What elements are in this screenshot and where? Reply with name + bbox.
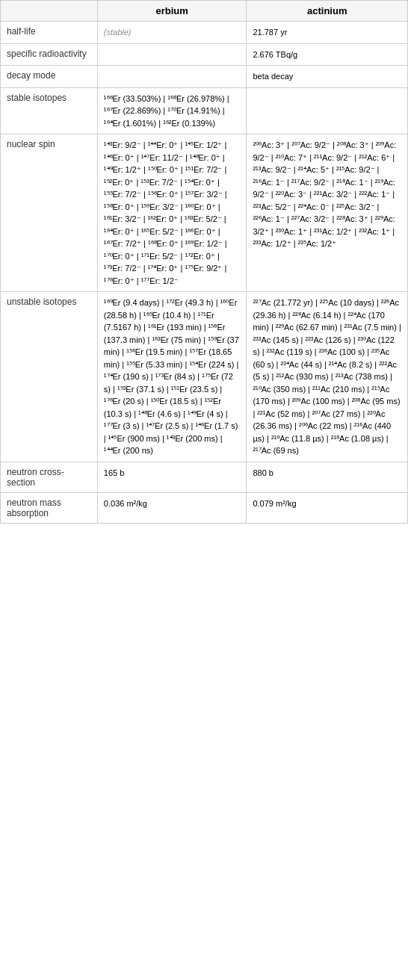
erbium-cell-1 bbox=[97, 43, 247, 66]
header-actinium: actinium bbox=[247, 1, 408, 22]
actinium-cell-3 bbox=[247, 87, 408, 134]
erbium-cell-0: (stable) bbox=[97, 22, 247, 44]
actinium-cell-4: ²⁰⁶Ac: 3⁺ | ²⁰⁷Ac: 9/2⁻ | ²⁰⁸Ac: 3⁺ | ²⁰… bbox=[247, 134, 408, 292]
header-empty bbox=[1, 1, 98, 22]
erbium-cell-3: ¹⁶⁶Er (33.503%) | ¹⁶⁸Er (26.978%) | ¹⁶⁷E… bbox=[97, 87, 247, 134]
row-label-4: nuclear spin bbox=[1, 134, 98, 292]
erbium-cell-2 bbox=[97, 66, 247, 88]
row-label-7: neutron mass absorption bbox=[1, 492, 98, 523]
header-erbium: erbium bbox=[97, 1, 247, 22]
actinium-cell-7: 0.079 m²/kg bbox=[247, 492, 408, 523]
row-label-6: neutron cross-section bbox=[1, 462, 98, 492]
erbium-cell-5: ¹⁶⁹Er (9.4 days) | ¹⁷²Er (49.3 h) | ¹⁶⁰E… bbox=[97, 292, 247, 462]
erbium-cell-6: 165 b bbox=[97, 462, 247, 492]
erbium-cell-7: 0.036 m²/kg bbox=[97, 492, 247, 523]
erbium-cell-4: ¹⁴³Er: 9/2⁻ | ¹⁴⁴Er: 0⁺ | ¹⁴⁵Er: 1/2⁺ | … bbox=[97, 134, 247, 292]
actinium-cell-0: 21.787 yr bbox=[247, 22, 408, 44]
row-label-3: stable isotopes bbox=[1, 87, 98, 134]
actinium-cell-2: beta decay bbox=[247, 66, 408, 88]
row-label-2: decay mode bbox=[1, 66, 98, 88]
actinium-cell-1: 2.676 TBq/g bbox=[247, 43, 408, 66]
actinium-cell-5: ²²⁷Ac (21.772 yr) | ²²⁵Ac (10 days) | ²²… bbox=[247, 292, 408, 462]
row-label-1: specific radioactivity bbox=[1, 43, 98, 66]
row-label-0: half-life bbox=[1, 22, 98, 44]
row-label-5: unstable isotopes bbox=[1, 292, 98, 462]
actinium-cell-6: 880 b bbox=[247, 462, 408, 492]
